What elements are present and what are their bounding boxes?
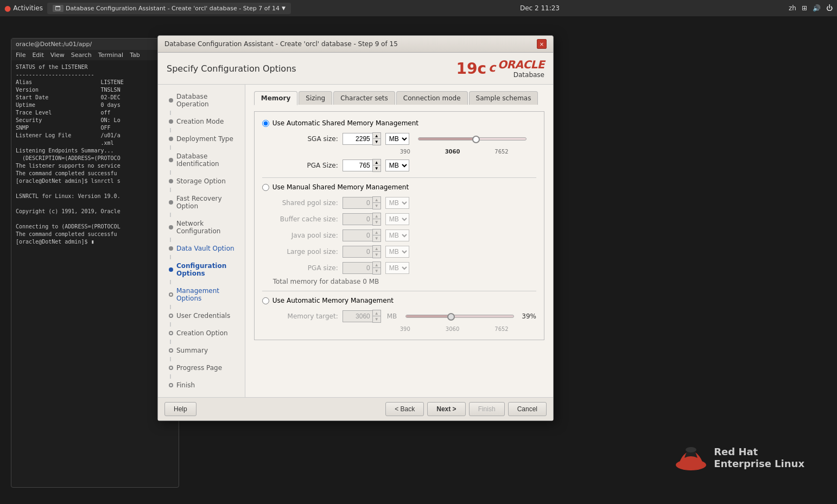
pga-input[interactable] (343, 160, 372, 171)
pga-label: PGA Size: (273, 162, 338, 169)
java-pool-spinner: ▲ ▼ (372, 229, 381, 242)
sidebar-dot-data-vault-option (169, 246, 173, 251)
memory-target-increment: ▲ (373, 310, 381, 316)
sga-decrement[interactable]: ▼ (373, 139, 381, 145)
next-button[interactable]: Next > (427, 402, 465, 416)
dialog-header-title: Specify Configuration Options (167, 63, 296, 74)
sidebar-item-management-options[interactable]: Management Options (158, 284, 245, 305)
pga-size-disabled-input-group: ▲ ▼ (343, 261, 381, 275)
memory-target-label: Memory target: (273, 312, 338, 320)
sga-slider-thumb[interactable] (472, 136, 480, 143)
sga-unit-select[interactable]: MB GB (385, 133, 409, 145)
taskbar-app-label[interactable]: 🗖 Database Configuration Assistant - Cre… (47, 3, 291, 14)
java-pool-input (343, 229, 372, 241)
auto-shared-memory-label: Use Automatic Shared Memory Management (272, 119, 418, 127)
sidebar-item-configuration-options[interactable]: Configuration Options (158, 259, 245, 280)
taskbar-right: zh ⊞ 🔊 ⏻ (789, 4, 833, 12)
sidebar-connector-13 (170, 357, 171, 361)
sga-slider-container (418, 137, 527, 141)
sidebar-dot-fast-recovery-option (169, 200, 173, 205)
dialog-body: Database Operation Creation Mode Deploym… (158, 85, 553, 397)
manual-shared-memory-radio[interactable] (262, 184, 269, 191)
terminal-content: STATUS of the LISTENER -----------------… (11, 60, 179, 249)
buffer-cache-increment: ▲ (373, 213, 381, 219)
java-pool-row: Java pool size: ▲ ▼ MB (273, 229, 536, 242)
memory-target-input (343, 310, 372, 322)
svg-point-1 (686, 447, 696, 452)
dialog-close-button[interactable]: × (537, 39, 547, 49)
taskbar-dropdown-icon: ▼ (282, 5, 286, 11)
sidebar-item-summary: Summary (158, 344, 245, 357)
menu-terminal[interactable]: Terminal (98, 52, 124, 59)
sidebar-item-database-operation: Database Operation (158, 90, 245, 111)
large-pool-input (343, 246, 372, 258)
cancel-button[interactable]: Cancel (508, 402, 547, 416)
terminal-title: oracle@DotNet:/u01/app/ (16, 41, 92, 48)
menu-view[interactable]: View (50, 52, 65, 59)
power-icon[interactable]: ⏻ (826, 4, 833, 12)
sidebar-item-fast-recovery-option: Fast Recovery Option (158, 192, 245, 213)
sidebar-dot-finish (169, 383, 173, 387)
menu-file[interactable]: File (16, 52, 26, 59)
dialog-titlebar: Database Configuration Assistant - Creat… (158, 36, 553, 53)
auto-memory-radio[interactable] (262, 297, 269, 304)
menu-search[interactable]: Search (71, 52, 92, 59)
sidebar-dot-database-operation (169, 98, 173, 103)
sidebar: Database Operation Creation Mode Deploym… (158, 85, 245, 397)
buffer-cache-label: Buffer cache size: (273, 215, 338, 223)
sidebar-dot-creation-option (169, 331, 173, 335)
memory-target-slider-thumb (447, 313, 455, 321)
buffer-cache-input (343, 213, 372, 225)
sidebar-connector-11 (170, 322, 171, 327)
sga-slider-fill (418, 138, 474, 140)
tab-character-sets[interactable]: Character sets (333, 91, 395, 105)
java-pool-decrement: ▼ (373, 235, 381, 241)
sidebar-dot-user-credentials (169, 314, 173, 318)
tab-content-memory: Use Automatic Shared Memory Management S… (254, 111, 544, 340)
sidebar-connector-2 (170, 128, 171, 132)
menu-edit[interactable]: Edit (32, 52, 43, 59)
menu-tab[interactable]: Tab (130, 52, 140, 59)
network-icon: ⊞ (802, 4, 807, 12)
pga-decrement[interactable]: ▼ (373, 165, 381, 171)
help-button[interactable]: Help (164, 402, 196, 416)
pga-increment[interactable]: ▲ (373, 160, 381, 165)
tab-sizing[interactable]: Sizing (299, 91, 332, 105)
memory-target-slider-labels: 390 3060 7652 (400, 326, 509, 332)
tab-memory[interactable]: Memory (254, 91, 298, 105)
back-button[interactable]: < Back (385, 402, 424, 416)
shared-pgol-input-group: ▲ ▼ (343, 196, 381, 209)
shared-pgol-input (343, 197, 372, 209)
oracle-logo: 19c c ORACLE Database (456, 58, 544, 79)
oracle-version: 19c (456, 60, 486, 78)
auto-shared-memory-radio[interactable] (262, 120, 269, 127)
taskbar-clock: Dec 2 11:23 (291, 4, 789, 12)
sidebar-connector-6 (170, 213, 171, 217)
large-pool-increment: ▲ (373, 246, 381, 252)
sga-input-group: ▲ ▼ (343, 132, 381, 145)
sidebar-dot-progress-page (169, 366, 173, 370)
redhat-hat-icon (675, 444, 707, 471)
sidebar-connector (170, 111, 171, 115)
sidebar-dot-storage-option (169, 179, 173, 183)
sidebar-dot-configuration-options (169, 267, 173, 272)
sidebar-item-deployment-type: Deployment Type (158, 132, 245, 145)
activities-button[interactable]: ● Activities (4, 4, 43, 12)
sga-input[interactable] (343, 133, 372, 145)
large-pool-row: Large pool size: ▲ ▼ MB (273, 245, 536, 258)
large-pool-input-group: ▲ ▼ (343, 245, 381, 258)
sidebar-item-data-vault-option[interactable]: Data Vault Option (158, 242, 245, 255)
auto-memory-option: Use Automatic Memory Management (262, 297, 536, 304)
pga-size-spinner: ▲ ▼ (372, 261, 381, 275)
shared-pgol-unit-select: MB (385, 197, 409, 209)
sga-increment[interactable]: ▲ (373, 133, 381, 139)
auto-memory-label: Use Automatic Memory Management (272, 297, 394, 304)
pga-unit-select[interactable]: MB GB (385, 160, 409, 171)
sidebar-item-user-credentials: User Credentials (158, 309, 245, 322)
tab-connection-mode[interactable]: Connection mode (396, 91, 468, 105)
sidebar-item-creation-mode: Creation Mode (158, 115, 245, 128)
manual-shared-memory-option: Use Manual Shared Memory Management (262, 183, 536, 191)
sidebar-connector-12 (170, 340, 171, 344)
tab-sample-schemas[interactable]: Sample schemas (469, 91, 538, 105)
large-pool-decrement: ▼ (373, 252, 381, 258)
